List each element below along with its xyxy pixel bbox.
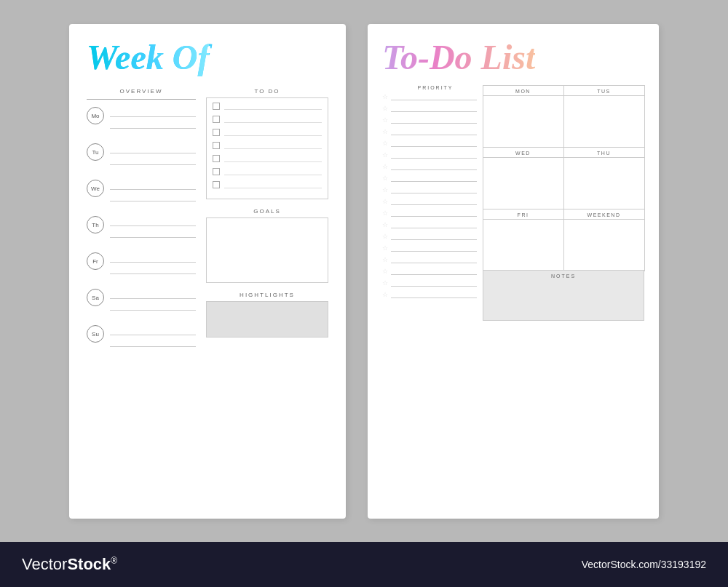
day-mo: Mo — [87, 105, 196, 132]
footer: VectorStock® VectorStock.com/33193192 — [0, 542, 728, 587]
checkbox-row-7 — [213, 181, 322, 188]
overview-divider — [87, 99, 196, 100]
priority-row-1: ☆ — [382, 93, 477, 100]
wed-content — [483, 158, 563, 209]
fri-content — [483, 220, 563, 271]
checkbox-row-5 — [213, 155, 322, 162]
star-icon-13: ☆ — [382, 233, 388, 240]
star-icon-15: ☆ — [382, 256, 388, 263]
day-su: Su — [87, 324, 196, 350]
star-icon-5: ☆ — [382, 140, 388, 147]
day-sa: Sa — [87, 287, 196, 314]
priority-row-2: ☆ — [382, 105, 477, 112]
priority-row-14: ☆ — [382, 244, 477, 252]
day-th: Th — [87, 215, 196, 241]
priority-row-6: ☆ — [382, 151, 477, 159]
priority-row-15: ☆ — [382, 256, 477, 263]
footer-url: VectorStock.com/33193192 — [582, 559, 706, 570]
mon-content — [483, 96, 563, 147]
notes-label: NOTES — [483, 271, 644, 280]
checkbox-2[interactable] — [213, 116, 220, 123]
todo-box — [206, 97, 328, 199]
priority-row-12: ☆ — [382, 221, 477, 228]
checkbox-row-6 — [213, 168, 322, 175]
priority-column: PRIORITY ☆ ☆ ☆ ☆ — [382, 85, 477, 506]
highlights-box — [206, 301, 328, 338]
day-lines-we — [110, 178, 196, 204]
star-icon-16: ☆ — [382, 268, 388, 275]
days-row-1: MON TUS — [483, 85, 644, 147]
wed-label: WED — [483, 148, 563, 158]
day-circle-sa: Sa — [87, 289, 104, 306]
checkbox-row-4 — [213, 142, 322, 149]
day-circle-su: Su — [87, 325, 104, 343]
overview-column: OVERVIEW Mo Tu — [87, 88, 196, 506]
priority-row-3: ☆ — [382, 116, 477, 124]
star-icon-11: ☆ — [382, 209, 388, 217]
notes-content — [483, 280, 644, 320]
week-title: Week Of — [87, 39, 328, 77]
star-icon-12: ☆ — [382, 221, 388, 228]
day-cell-fri: FRI — [483, 209, 564, 271]
checkbox-3[interactable] — [213, 129, 220, 136]
todo-list-title: To-Do List — [382, 39, 644, 77]
highlights-section: HIGHTLIGHTS — [206, 292, 328, 338]
star-icon-14: ☆ — [382, 244, 388, 252]
tus-content — [564, 96, 644, 147]
priority-label: PRIORITY — [382, 85, 477, 90]
star-icon-8: ☆ — [382, 175, 388, 182]
day-cell-tus: TUS — [563, 85, 645, 148]
day-circle-mo: Mo — [87, 107, 104, 124]
priority-row-7: ☆ — [382, 163, 477, 170]
priority-row-10: ☆ — [382, 198, 477, 205]
footer-logo: VectorStock® — [22, 555, 117, 574]
todo-section: TO DO — [206, 88, 328, 199]
highlights-label: HIGHTLIGHTS — [206, 292, 328, 298]
day-cell-weekend: WEEKEND — [563, 209, 645, 271]
day-lines-su — [110, 324, 196, 350]
priority-row-16: ☆ — [382, 268, 477, 275]
checkbox-5[interactable] — [213, 155, 220, 162]
star-icon-4: ☆ — [382, 128, 388, 135]
day-circle-th: Th — [87, 216, 104, 233]
day-lines-th — [110, 215, 196, 241]
star-icon-7: ☆ — [382, 163, 388, 170]
star-icon-9: ☆ — [382, 186, 388, 193]
checkbox-1[interactable] — [213, 103, 220, 110]
weekend-label: WEEKEND — [564, 209, 644, 220]
days-grid: MON TUS WED THU — [483, 85, 644, 506]
star-icon-10: ☆ — [382, 198, 388, 205]
checkbox-6[interactable] — [213, 168, 220, 175]
days-row-3: FRI WEEKEND — [483, 209, 644, 271]
priority-row-18: ☆ — [382, 291, 477, 298]
day-lines-mo — [110, 105, 196, 132]
todo-body: PRIORITY ☆ ☆ ☆ ☆ — [382, 85, 644, 506]
goals-box — [206, 217, 328, 283]
week-body: OVERVIEW Mo Tu — [87, 88, 328, 506]
priority-row-9: ☆ — [382, 186, 477, 193]
checkbox-7[interactable] — [213, 181, 220, 188]
day-fr: Fr — [87, 251, 196, 277]
day-cell-wed: WED — [483, 147, 564, 209]
day-cell-thu: THU — [563, 147, 645, 209]
checkbox-4[interactable] — [213, 142, 220, 149]
day-circle-we: We — [87, 180, 104, 197]
priority-row-11: ☆ — [382, 209, 477, 217]
tus-label: TUS — [564, 86, 644, 96]
day-we: We — [87, 178, 196, 204]
day-cell-mon: MON — [483, 85, 564, 148]
day-circle-fr: Fr — [87, 252, 104, 270]
day-circle-tu: Tu — [87, 143, 104, 161]
notes-cell: NOTES — [483, 270, 644, 321]
thu-label: THU — [564, 148, 644, 158]
checkbox-row-1 — [213, 103, 322, 110]
right-column: TO DO — [206, 88, 328, 506]
goals-label: GOALS — [206, 208, 328, 215]
todo-section-label: TO DO — [206, 88, 328, 95]
priority-row-5: ☆ — [382, 140, 477, 147]
fri-label: FRI — [483, 209, 563, 220]
weekend-content — [564, 220, 644, 271]
mon-label: MON — [483, 86, 563, 96]
star-icon-1: ☆ — [382, 93, 388, 100]
overview-label: OVERVIEW — [87, 88, 196, 95]
